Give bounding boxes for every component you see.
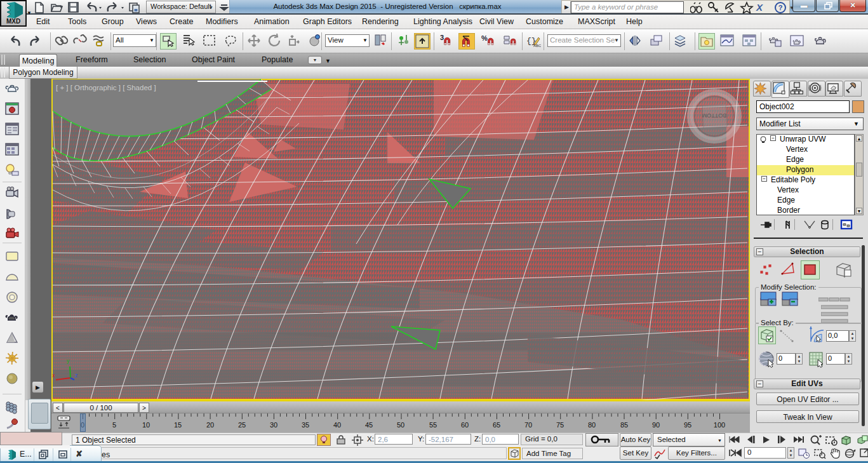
svg-text:BOTTOM: BOTTOM bbox=[702, 112, 726, 119]
svg-text:3: 3 bbox=[440, 34, 444, 41]
svg-text:?: ? bbox=[778, 4, 783, 11]
svg-text:ABC: ABC bbox=[533, 44, 541, 48]
svg-text:[ + ] [ Orthographic ] [ Shade: [ + ] [ Orthographic ] [ Shaded ] bbox=[56, 84, 156, 91]
svg-text:y: y bbox=[67, 358, 70, 364]
svg-text:x: x bbox=[52, 372, 55, 379]
svg-text:z: z bbox=[75, 372, 78, 379]
svg-text:%: % bbox=[481, 34, 488, 42]
